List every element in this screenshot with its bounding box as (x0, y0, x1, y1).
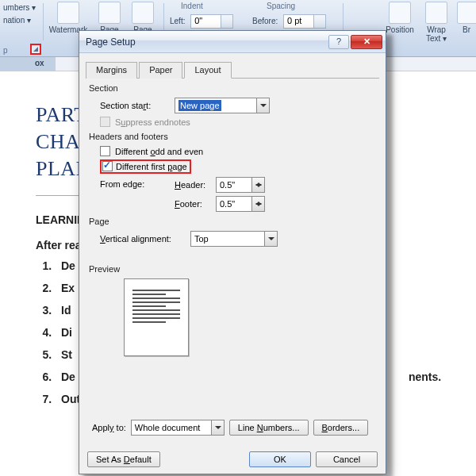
spacing-group-label: Spacing (267, 2, 295, 10)
chevron-down-icon (264, 232, 277, 246)
spacing-before-input[interactable]: 0 pt (283, 14, 326, 29)
page-heading: Page (89, 217, 376, 226)
suppress-endnotes-label: Suppress endnotes (115, 117, 190, 127)
chevron-down-icon (256, 98, 269, 113)
wrap-text-button[interactable]: Wrap Text ▾ (420, 2, 452, 43)
hf-heading: Headers and footers (89, 132, 376, 141)
dialog-title: Page Setup (86, 36, 327, 48)
footer-input[interactable]: 0.5" (216, 196, 265, 212)
wrap-text-icon (425, 2, 447, 24)
preview-heading: Preview (89, 264, 376, 274)
tab-margins[interactable]: Margins (86, 62, 137, 79)
section-heading: Section (89, 83, 376, 93)
different-first-page-checkbox[interactable] (102, 161, 113, 171)
section-start-combo[interactable]: New page (175, 98, 270, 113)
tab-layout[interactable]: Layout (184, 62, 231, 79)
watermark-button[interactable]: Watermark (48, 2, 89, 34)
different-first-page-label: Different first page (116, 162, 187, 171)
tab-paper[interactable]: Paper (139, 62, 182, 79)
preview-group: Preview (89, 264, 376, 356)
headers-footers-group: Headers and footers Different odd and ev… (89, 132, 376, 212)
borders-button[interactable]: Borders... (313, 420, 369, 436)
dialog-launcher[interactable] (30, 44, 41, 55)
position-button[interactable]: Position (382, 2, 417, 34)
tabstrip: Margins Paper Layout (86, 61, 379, 79)
group-label-p: p (3, 46, 8, 55)
different-first-page-highlight: Different first page (100, 159, 191, 174)
valign-label: Vertical alignment: (100, 234, 186, 244)
page-button-2[interactable]: Page (127, 2, 159, 34)
indent-group-label: Indent (181, 2, 203, 10)
ruler-margin (0, 57, 56, 71)
line-numbers-button[interactable]: Line Numbers... (229, 420, 309, 436)
page-setup-dialog: Page Setup ? ✕ Margins Paper Layout Sect… (79, 30, 386, 474)
help-button[interactable]: ? (328, 35, 349, 49)
apply-to-label: Apply to: (92, 423, 126, 432)
cancel-button[interactable]: Cancel (316, 451, 378, 467)
preview-thumbnail (124, 278, 189, 356)
header-input[interactable]: 0.5" (216, 177, 265, 193)
position-icon (389, 2, 411, 24)
footer-label: Footer: (175, 199, 211, 209)
apply-to-combo[interactable]: Whole document (131, 420, 225, 436)
ribbon-nation[interactable]: nation ▾ (3, 16, 31, 25)
page-button[interactable]: Page (94, 2, 125, 34)
set-default-button[interactable]: Set As Default (87, 451, 160, 467)
page-icon (98, 2, 121, 24)
page-group: Page Vertical alignment: Top (89, 217, 376, 247)
watermark-icon (57, 2, 79, 24)
chevron-down-icon (211, 420, 224, 435)
odd-even-label: Different odd and even (115, 147, 203, 156)
valign-combo[interactable]: Top (190, 231, 278, 247)
indent-left-input[interactable]: 0" (190, 14, 233, 29)
textbox-label-tail: ox (35, 59, 44, 67)
suppress-endnotes-checkbox (100, 117, 110, 127)
section-start-label: Section start: (100, 101, 170, 110)
header-label: Header: (175, 180, 211, 190)
from-edge-label: From edge: (100, 177, 170, 189)
section-group: Section Section start: New page Suppress… (89, 83, 376, 127)
title-rule (36, 195, 83, 196)
spacing-before-label: Before: 0 pt (252, 14, 326, 29)
ribbon-numbers[interactable]: umbers ▾ (3, 3, 36, 12)
close-button[interactable]: ✕ (351, 35, 382, 49)
indent-left-label: Left: 0" (170, 14, 233, 29)
ok-button[interactable]: OK (249, 451, 311, 467)
bring-icon (457, 2, 476, 24)
bring-button[interactable]: Br (457, 2, 476, 34)
odd-even-checkbox[interactable] (100, 146, 110, 156)
titlebar[interactable]: Page Setup ? ✕ (79, 31, 386, 53)
page-icon-2 (132, 2, 154, 24)
